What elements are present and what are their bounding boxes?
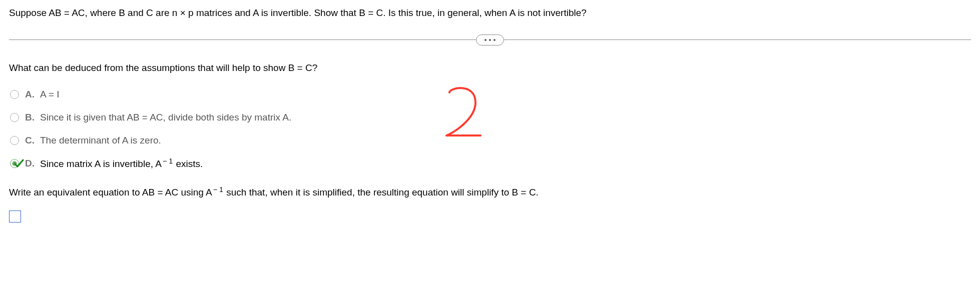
option-text: Since it is given that AB = AC, divide b… (40, 112, 291, 123)
option-c[interactable]: C. The determinant of A is zero. (10, 134, 971, 148)
radio-icon[interactable] (10, 159, 19, 168)
problem-text: Suppose AB = AC, where B and C are n × p… (9, 8, 587, 18)
divider-pill[interactable] (476, 34, 504, 46)
problem-statement: Suppose AB = AC, where B and C are n × p… (9, 6, 971, 20)
superscript: − 1 (163, 157, 173, 165)
followup-question: Write an equivalent equation to AB = AC … (9, 184, 971, 200)
option-a[interactable]: A. A = I (10, 88, 971, 102)
section-divider (9, 34, 971, 46)
option-letter: B. (25, 112, 40, 123)
dot-icon (484, 39, 486, 41)
option-group: A. A = I B. Since it is given that AB = … (10, 88, 971, 170)
option-text: Since matrix A is invertible, A− 1 exist… (40, 157, 203, 170)
question-text: What can be deduced from the assumptions… (9, 62, 971, 74)
radio-icon[interactable] (10, 90, 19, 99)
dot-icon (494, 39, 496, 41)
followup-post: such that, when it is simplified, the re… (224, 187, 539, 198)
dot-icon (489, 39, 491, 41)
option-text-pre: Since matrix A is invertible, A (40, 158, 162, 169)
radio-icon[interactable] (10, 113, 19, 122)
divider-line (504, 40, 971, 40)
radio-icon[interactable] (10, 136, 19, 145)
superscript: − 1 (213, 186, 223, 194)
option-text-post: exists. (173, 158, 203, 169)
followup-pre: Write an equivalent equation to AB = AC … (9, 187, 212, 198)
option-d[interactable]: D. Since matrix A is invertible, A− 1 ex… (10, 156, 971, 170)
option-text: The determinant of A is zero. (40, 135, 161, 146)
option-text: A = I (40, 89, 60, 100)
question-label: What can be deduced from the assumptions… (9, 62, 317, 73)
option-letter: D. (25, 158, 40, 169)
answer-input[interactable] (9, 210, 21, 222)
divider-line (9, 40, 476, 40)
option-letter: A. (25, 89, 40, 100)
option-letter: C. (25, 135, 40, 146)
option-b[interactable]: B. Since it is given that AB = AC, divid… (10, 110, 971, 124)
